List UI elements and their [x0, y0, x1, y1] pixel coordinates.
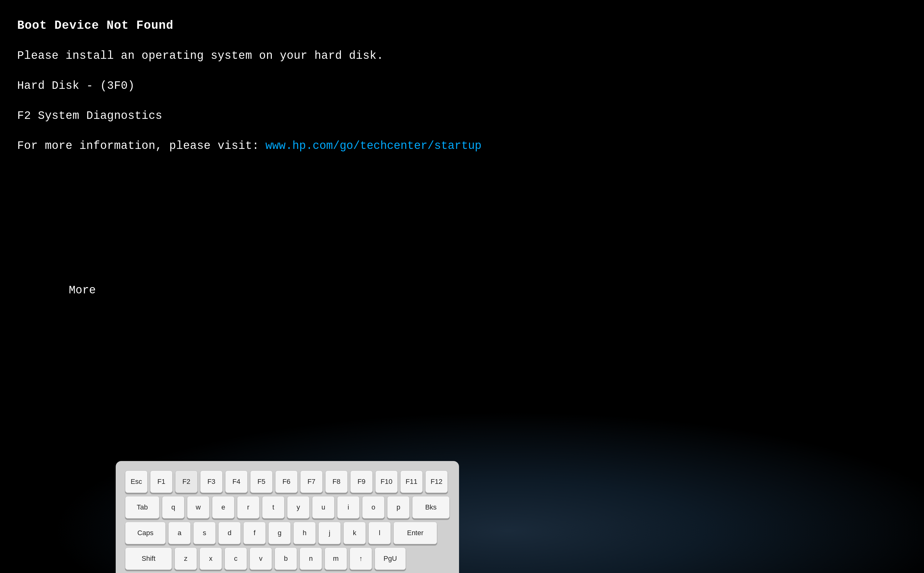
keyboard-row-function: Esc F1 F2 F3 F4 F5 F6 F7 F8 F9 F10 F11 F… [125, 470, 450, 493]
key-g[interactable]: g [268, 522, 291, 544]
key-h[interactable]: h [293, 522, 316, 544]
key-page-up[interactable]: PgU [375, 547, 406, 570]
key-m[interactable]: m [325, 547, 347, 570]
key-a[interactable]: a [168, 522, 191, 544]
key-k[interactable]: k [343, 522, 366, 544]
key-w[interactable]: w [187, 496, 210, 518]
key-n[interactable]: n [300, 547, 322, 570]
key-tab[interactable]: Tab [125, 496, 159, 518]
keyboard-row-qwerty: Tab q w e r t y u i o p Bks [125, 496, 450, 518]
key-f10[interactable]: F10 [375, 470, 398, 493]
install-message: Please install an operating system on yo… [17, 49, 907, 62]
key-f9[interactable]: F9 [350, 470, 373, 493]
key-p[interactable]: p [387, 496, 410, 518]
key-f3[interactable]: F3 [200, 470, 223, 493]
key-r[interactable]: r [237, 496, 260, 518]
key-f8[interactable]: F8 [325, 470, 348, 493]
f2-diagnostics: F2 System Diagnostics [17, 110, 907, 122]
key-c[interactable]: c [225, 547, 247, 570]
hard-disk-code: Hard Disk - (3F0) [17, 80, 907, 92]
keyboard-row-shift: Shift z x c v b n m ↑ PgU [125, 547, 450, 570]
key-f1[interactable]: F1 [150, 470, 173, 493]
key-f7[interactable]: F7 [300, 470, 323, 493]
key-b[interactable]: b [275, 547, 297, 570]
key-e[interactable]: e [212, 496, 235, 518]
visit-label: For more information, please visit: [17, 139, 259, 152]
key-d[interactable]: d [218, 522, 241, 544]
key-f6[interactable]: F6 [275, 470, 298, 493]
key-x[interactable]: x [200, 547, 222, 570]
key-v[interactable]: v [250, 547, 272, 570]
key-t[interactable]: t [262, 496, 285, 518]
key-f5[interactable]: F5 [250, 470, 273, 493]
boot-error-title: Boot Device Not Found [17, 19, 907, 32]
key-z[interactable]: z [175, 547, 197, 570]
key-f[interactable]: f [243, 522, 266, 544]
key-i[interactable]: i [337, 496, 360, 518]
key-shift[interactable]: Shift [125, 547, 172, 570]
key-enter[interactable]: Enter [393, 522, 437, 544]
visit-url[interactable]: www.hp.com/go/techcenter/startup [266, 139, 482, 152]
key-f4[interactable]: F4 [225, 470, 248, 493]
key-f2[interactable]: F2 [175, 470, 198, 493]
key-s[interactable]: s [193, 522, 216, 544]
more-text: More [69, 284, 96, 297]
key-q[interactable]: q [162, 496, 184, 518]
key-l[interactable]: l [368, 522, 391, 544]
key-caps[interactable]: Caps [125, 522, 166, 544]
key-y[interactable]: y [287, 496, 310, 518]
key-u[interactable]: u [312, 496, 335, 518]
key-j[interactable]: j [318, 522, 341, 544]
keyboard-wrapper: Esc F1 F2 F3 F4 F5 F6 F7 F8 F9 F10 F11 F… [116, 461, 924, 573]
key-f11[interactable]: F11 [400, 470, 423, 493]
key-esc[interactable]: Esc [125, 470, 148, 493]
key-backspace[interactable]: Bks [412, 496, 450, 518]
key-up-arrow[interactable]: ↑ [350, 547, 372, 570]
key-o[interactable]: o [362, 496, 385, 518]
keyboard: Esc F1 F2 F3 F4 F5 F6 F7 F8 F9 F10 F11 F… [116, 461, 459, 573]
key-f12[interactable]: F12 [425, 470, 448, 493]
visit-line: For more information, please visit: www.… [17, 139, 907, 152]
keyboard-row-asdf: Caps a s d f g h j k l Enter [125, 522, 450, 544]
